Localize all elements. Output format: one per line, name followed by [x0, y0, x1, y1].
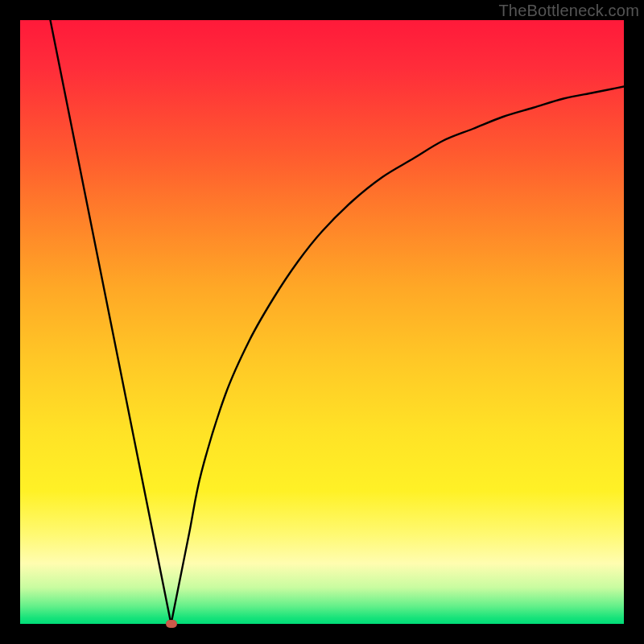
- bottleneck-curve-path: [51, 20, 625, 624]
- chart-curve: [20, 20, 624, 624]
- chart-frame: TheBottleneck.com: [0, 0, 644, 644]
- chart-plot-area: [20, 20, 624, 624]
- watermark-text: TheBottleneck.com: [498, 2, 639, 20]
- optimal-point-marker: [166, 620, 177, 628]
